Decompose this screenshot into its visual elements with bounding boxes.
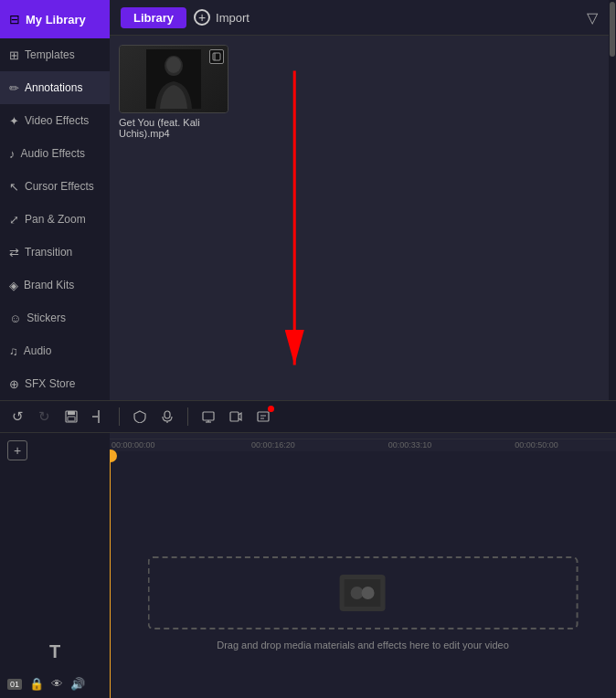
audio-effects-label: Audio Effects xyxy=(21,147,86,160)
pan-zoom-icon: ⤢ xyxy=(9,213,19,227)
visibility-icon[interactable]: 👁 xyxy=(51,677,63,691)
audio-effects-icon: ♪ xyxy=(9,147,16,161)
cursor-effects-label: Cursor Effects xyxy=(25,180,94,193)
brand-kits-icon: ◈ xyxy=(9,279,18,292)
svg-rect-8 xyxy=(68,411,75,415)
sidebar-item-transition[interactable]: ⇄ Transition xyxy=(0,236,110,269)
cursor-effects-icon: ↖ xyxy=(9,180,19,194)
annotate-button[interactable] xyxy=(254,407,272,426)
transition-label: Transition xyxy=(25,246,72,259)
ruler-ticks: // Just use inline paths for ticks xyxy=(110,439,616,451)
templates-label: Templates xyxy=(25,48,75,61)
audio-label: Audio xyxy=(24,344,52,357)
svg-rect-3 xyxy=(213,53,220,60)
undo-button[interactable]: ↺ xyxy=(9,406,27,428)
media-filename: Get You (feat. Kali Uchis).mp4 xyxy=(119,117,228,139)
stickers-label: Stickers xyxy=(27,312,66,324)
panel-header: Library + Import ▽ xyxy=(110,0,609,36)
svg-rect-12 xyxy=(165,411,170,418)
timeline-section: + T 01 🔒 👁 🔊 00:00:00:00 00:00:16:20 00:… xyxy=(0,433,616,698)
toolbar-separator-1 xyxy=(119,407,120,426)
import-label: Import xyxy=(216,11,250,25)
bottom-toolbar: ↺ ↻ xyxy=(0,400,616,433)
redo-button[interactable]: ↻ xyxy=(36,406,53,428)
drop-zone[interactable]: Drag and drop media materials and effect… xyxy=(148,556,579,629)
sidebar-item-video-effects[interactable]: ✦ Video Effects xyxy=(0,104,110,137)
timeline-track-area: Drag and drop media materials and effect… xyxy=(110,451,616,698)
video-effects-label: Video Effects xyxy=(25,114,89,127)
sidebar-item-stickers[interactable]: ☺ Stickers xyxy=(0,301,110,334)
timeline-bottom-icons: 01 🔒 👁 🔊 xyxy=(0,670,110,698)
sidebar-item-audio-effects[interactable]: ♪ Audio Effects xyxy=(0,137,110,170)
media-item[interactable]: Get You (feat. Kali Uchis).mp4 xyxy=(119,45,228,139)
sfx-store-icon: ⊕ xyxy=(9,377,19,391)
screen-record-button[interactable] xyxy=(199,407,218,426)
annotate-dot xyxy=(268,406,274,412)
lock-icon[interactable]: 🔒 xyxy=(29,677,44,691)
svg-point-2 xyxy=(166,57,181,73)
timeline-playhead-line xyxy=(110,451,111,698)
sidebar-item-cursor-effects[interactable]: ↖ Cursor Effects xyxy=(0,170,110,203)
text-track-button[interactable]: T xyxy=(0,634,110,670)
pan-zoom-label: Pan & Zoom xyxy=(25,213,86,226)
playhead-marker[interactable] xyxy=(110,449,117,462)
sidebar-item-my-library[interactable]: ⊟ My Library xyxy=(0,0,110,38)
video-effects-icon: ✦ xyxy=(9,114,19,128)
templates-icon: ⊞ xyxy=(9,48,19,62)
toolbar-separator-2 xyxy=(187,407,188,426)
annotations-icon: ✏ xyxy=(9,81,19,95)
timeline-main: 00:00:00:00 00:00:16:20 00:00:33:10 00:0… xyxy=(110,433,616,698)
drop-zone-text: Drag and drop media materials and effect… xyxy=(217,640,509,650)
svg-rect-14 xyxy=(203,412,214,420)
panel-content: Get You (feat. Kali Uchis).mp4 xyxy=(110,36,609,400)
media-thumbnail xyxy=(119,45,228,113)
media-corner-icon xyxy=(209,49,224,64)
split-button[interactable] xyxy=(90,407,108,426)
svg-point-24 xyxy=(362,587,375,599)
timeline-ruler: 00:00:00:00 00:00:16:20 00:00:33:10 00:0… xyxy=(110,433,616,451)
my-library-label: My Library xyxy=(26,13,86,26)
import-button[interactable]: + Import xyxy=(186,5,257,29)
mic-button[interactable] xyxy=(158,407,176,426)
my-library-icon: ⊟ xyxy=(9,12,20,26)
svg-rect-18 xyxy=(258,412,269,421)
audio-toggle-icon[interactable]: 🔊 xyxy=(70,677,85,691)
annotations-label: Annotations xyxy=(25,81,82,94)
sidebar-item-annotations[interactable]: ✏ Annotations xyxy=(0,71,110,104)
sidebar-item-pan-zoom[interactable]: ⤢ Pan & Zoom xyxy=(0,203,110,236)
scrollbar-thumb xyxy=(610,2,615,57)
track-count-badge: 01 xyxy=(7,679,22,690)
filter-button[interactable]: ▽ xyxy=(587,9,598,26)
svg-rect-17 xyxy=(230,412,239,421)
drop-zone-preview xyxy=(340,575,386,611)
sfx-store-label: SFX Store xyxy=(25,377,75,390)
sidebar-item-audio[interactable]: ♫ Audio xyxy=(0,334,110,367)
save-button[interactable] xyxy=(62,407,80,426)
sidebar-item-sfx-store[interactable]: ⊕ SFX Store xyxy=(0,367,110,400)
shield-button[interactable] xyxy=(131,407,149,426)
audio-icon: ♫ xyxy=(9,344,18,358)
svg-point-23 xyxy=(351,587,364,599)
main-panel: Library + Import ▽ xyxy=(110,0,609,400)
import-plus-icon: + xyxy=(194,9,210,26)
add-track-button[interactable]: + xyxy=(7,440,27,460)
sidebar-item-brand-kits[interactable]: ◈ Brand Kits xyxy=(0,269,110,301)
sidebar: ⊟ My Library ⊞ Templates ✏ Annotations ✦… xyxy=(0,0,110,400)
library-tab[interactable]: Library xyxy=(121,7,186,28)
media-preview-svg xyxy=(146,49,201,109)
sidebar-item-templates[interactable]: ⊞ Templates xyxy=(0,38,110,71)
panel-scrollbar[interactable] xyxy=(609,0,616,400)
brand-kits-label: Brand Kits xyxy=(24,279,74,291)
webcam-button[interactable] xyxy=(227,407,245,426)
timeline-left-panel: + T 01 🔒 👁 🔊 xyxy=(0,433,110,698)
transition-icon: ⇄ xyxy=(9,246,19,259)
stickers-icon: ☺ xyxy=(9,312,21,325)
svg-rect-9 xyxy=(68,417,75,421)
